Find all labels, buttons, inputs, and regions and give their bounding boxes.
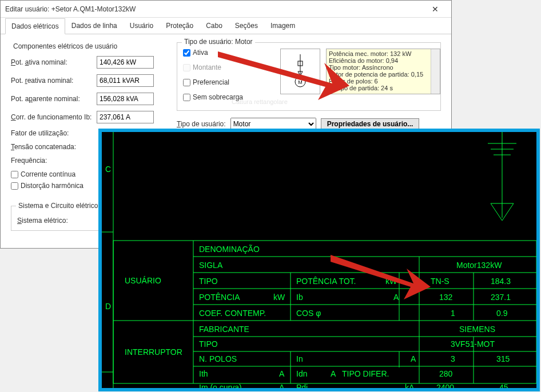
svg-text:3VF51-MOT: 3VF51-MOT (451, 339, 495, 349)
svg-text:Idn: Idn (296, 369, 307, 378)
cc-label: Corrente contínua (21, 170, 75, 178)
svg-text:TN-S: TN-S (431, 277, 449, 286)
svg-text:In: In (296, 354, 303, 363)
cad-drawing: C D USUÁRIO INTERRUPTOR DENOMINAÇÃO (98, 129, 540, 391)
dist-label: Distorção harmônica (21, 182, 83, 190)
svg-text:A: A (331, 369, 336, 378)
svg-text:POTÊNCIA: POTÊNCIA (199, 293, 240, 302)
svg-text:COS φ: COS φ (296, 309, 321, 318)
titlebar: Editar usuário: +Setor A.QM1-Motor132kW … (1, 1, 451, 18)
tipo-usuario-label: Tipo de usuário: (177, 120, 226, 128)
svg-text:M: M (298, 79, 303, 85)
cad-svg: C D USUÁRIO INTERRUPTOR DENOMINAÇÃO (102, 132, 540, 391)
svg-text:TIPO: TIPO (199, 277, 218, 286)
info-l4: Fator de potencia de partida: 0,15 (329, 71, 437, 78)
svg-text:Ith: Ith (199, 369, 208, 378)
info-l5: Pares de polos: 6 (329, 78, 437, 85)
svg-text:D: D (105, 302, 111, 311)
svg-text:A: A (393, 293, 399, 302)
svg-text:SIEMENS: SIEMENS (459, 325, 495, 334)
svg-text:POTÊNCIA TOT.: POTÊNCIA TOT. (296, 277, 356, 286)
svg-text:A: A (411, 354, 416, 363)
sobrecarga-checkbox[interactable] (183, 94, 190, 101)
svg-text:SIGLA: SIGLA (199, 261, 223, 270)
svg-text:Im (o curva): Im (o curva) (199, 383, 242, 391)
svg-text:184.3: 184.3 (491, 277, 511, 286)
montante-label: Montante (193, 63, 221, 71)
pot-reativa-label: Pot. reativa nominal: (11, 77, 97, 85)
sistema-legend: Sistema e Circuito elétrico (16, 202, 100, 210)
info-l6: Tempo de partida: 24 s (329, 85, 437, 91)
svg-text:280: 280 (439, 369, 453, 378)
svg-text:315: 315 (496, 354, 510, 363)
svg-text:N. POLOS: N. POLOS (199, 354, 237, 363)
sistema-label: istema elétrico: (22, 217, 68, 225)
info-l1: Potência mec. motor: 132 kW (329, 50, 437, 57)
svg-text:USUÁRIO: USUÁRIO (125, 276, 161, 285)
svg-text:0.9: 0.9 (496, 309, 508, 318)
motor-symbol-icon: M (280, 49, 320, 94)
info-l2: Eficiência do motor: 0,94 (329, 57, 437, 64)
tab-usuario[interactable]: Usuário (124, 18, 160, 34)
svg-text:kA: kA (405, 383, 415, 391)
svg-text:1: 1 (451, 309, 455, 318)
tab-dados-linha[interactable]: Dados de linha (65, 18, 124, 34)
tab-protecao[interactable]: Proteção (160, 18, 200, 34)
svg-text:Motor132kW: Motor132kW (456, 261, 502, 270)
svg-text:A: A (279, 369, 285, 378)
montante-checkbox (183, 64, 190, 71)
tab-secoes[interactable]: Seções (229, 18, 264, 34)
svg-text:Pdi: Pdi (296, 383, 308, 391)
tipo-usuario-group: Tipo de usuário: Motor Ativa Montante Pr… (177, 42, 441, 111)
svg-text:237.1: 237.1 (491, 293, 511, 302)
pot-reativa-input[interactable] (97, 74, 154, 87)
ativa-checkbox[interactable] (183, 49, 190, 57)
svg-text:Ib: Ib (296, 293, 303, 302)
svg-text:45: 45 (499, 383, 508, 391)
snip-hint: Cattura rettangolare (232, 98, 288, 105)
tipo-legend: Tipo de usuário: Motor (182, 38, 255, 46)
propriedades-button[interactable]: Propriedades de usuário... (321, 118, 420, 130)
freq-label: Frequência: (11, 157, 97, 165)
fator-util-label: Fator de utilização: (11, 129, 97, 137)
ativa-label: Ativa (193, 49, 208, 57)
svg-text:kW: kW (273, 293, 285, 302)
tab-cabo[interactable]: Cabo (200, 18, 229, 34)
svg-text:3: 3 (451, 354, 455, 363)
svg-text:132: 132 (439, 293, 453, 302)
cc-checkbox[interactable] (11, 171, 18, 178)
corr-func-input[interactable] (97, 111, 154, 123)
pot-ativa-label: PPot. ativa nominal:ot. ativa nominal: (11, 58, 97, 66)
svg-text:TIPO: TIPO (199, 339, 218, 349)
svg-text:TIPO DIFER.: TIPO DIFER. (342, 369, 389, 378)
motor-info-box: Potência mec. motor: 132 kW Eficiência d… (326, 49, 440, 94)
svg-text:2400: 2400 (436, 383, 454, 391)
svg-text:INTERRUPTOR: INTERRUPTOR (125, 347, 182, 357)
pot-aparente-label: Pot. aparente nominal: (11, 95, 97, 103)
svg-text:kW: kW (385, 277, 397, 286)
tab-bar: Dados elétricos Dados de linha Usuário P… (1, 18, 451, 34)
preferencial-label: Preferencial (193, 78, 229, 86)
info-l3: Tipo motor: Assíncrono (329, 64, 437, 71)
svg-text:C: C (105, 165, 111, 174)
dist-checkbox[interactable] (11, 182, 18, 190)
tab-dados-eletricos[interactable]: Dados elétricos (5, 18, 65, 34)
tensao-label: Tensão concatenada: (11, 143, 97, 151)
window-title: Editar usuário: +Setor A.QM1-Motor132kW (5, 5, 424, 13)
componentes-legend: Componentes elétricos de usuário (11, 42, 120, 50)
svg-text:COEF. CONTEMP.: COEF. CONTEMP. (199, 309, 266, 318)
svg-text:FABRICANTE: FABRICANTE (199, 325, 249, 334)
preferencial-checkbox[interactable] (183, 79, 190, 86)
info-scrollbar[interactable] (431, 49, 440, 94)
svg-text:A: A (279, 383, 285, 391)
close-icon[interactable]: ✕ (424, 5, 447, 14)
pot-ativa-input[interactable] (97, 56, 154, 69)
tab-imagem[interactable]: Imagem (264, 18, 301, 34)
svg-text:DENOMINAÇÃO: DENOMINAÇÃO (199, 245, 260, 254)
corr-func-label: Corr. de funcionamento Ib: (11, 113, 97, 121)
pot-aparente-input[interactable] (97, 93, 154, 105)
